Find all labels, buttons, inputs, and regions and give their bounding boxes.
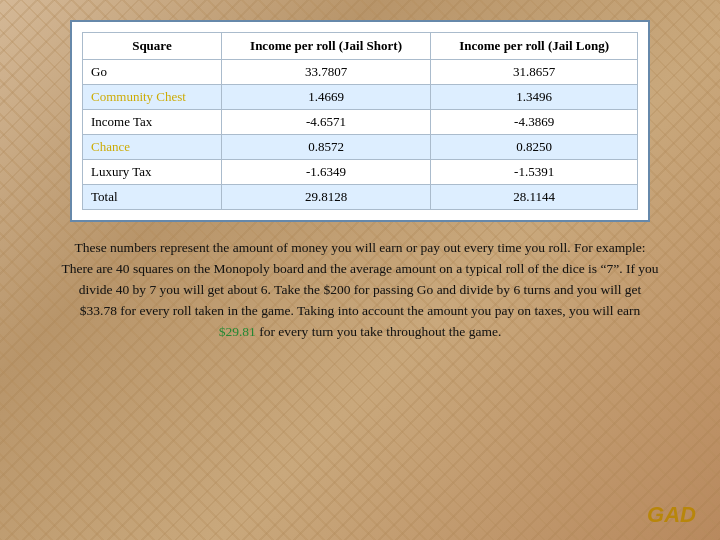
table-row: Community Chest1.46691.3496	[83, 85, 638, 110]
income-table: Square Income per roll (Jail Short) Inco…	[82, 32, 638, 210]
cell-jail-short: 0.8572	[221, 135, 430, 160]
table-row: Luxury Tax-1.6349-1.5391	[83, 160, 638, 185]
table-row: Go33.780731.8657	[83, 60, 638, 85]
description-text-after: for every turn you take throughout the g…	[256, 324, 502, 339]
cell-jail-short: 33.7807	[221, 60, 430, 85]
cell-jail-short: 1.4669	[221, 85, 430, 110]
cell-square: Chance	[83, 135, 222, 160]
cell-jail-long: 31.8657	[431, 60, 638, 85]
cell-jail-long: 1.3496	[431, 85, 638, 110]
table-row: Income Tax-4.6571-4.3869	[83, 110, 638, 135]
cell-jail-long: 0.8250	[431, 135, 638, 160]
col-header-square: Square	[83, 33, 222, 60]
cell-jail-short: -1.6349	[221, 160, 430, 185]
cell-square: Total	[83, 185, 222, 210]
col-header-jail-long: Income per roll (Jail Long)	[431, 33, 638, 60]
cell-square: Luxury Tax	[83, 160, 222, 185]
data-table-container: Square Income per roll (Jail Short) Inco…	[70, 20, 650, 222]
cell-square: Go	[83, 60, 222, 85]
cell-jail-long: -1.5391	[431, 160, 638, 185]
description-text-before: These numbers represent the amount of mo…	[61, 240, 658, 318]
cell-square: Community Chest	[83, 85, 222, 110]
cell-jail-short: -4.6571	[221, 110, 430, 135]
table-row: Chance0.85720.8250	[83, 135, 638, 160]
description-paragraph: These numbers represent the amount of mo…	[60, 238, 660, 343]
cell-jail-long: 28.1144	[431, 185, 638, 210]
cell-jail-long: -4.3869	[431, 110, 638, 135]
content-wrapper: Square Income per roll (Jail Short) Inco…	[0, 0, 720, 540]
highlight-amount: $29.81	[219, 324, 256, 339]
col-header-jail-short: Income per roll (Jail Short)	[221, 33, 430, 60]
cell-square: Income Tax	[83, 110, 222, 135]
cell-jail-short: 29.8128	[221, 185, 430, 210]
table-row: Total29.812828.1144	[83, 185, 638, 210]
